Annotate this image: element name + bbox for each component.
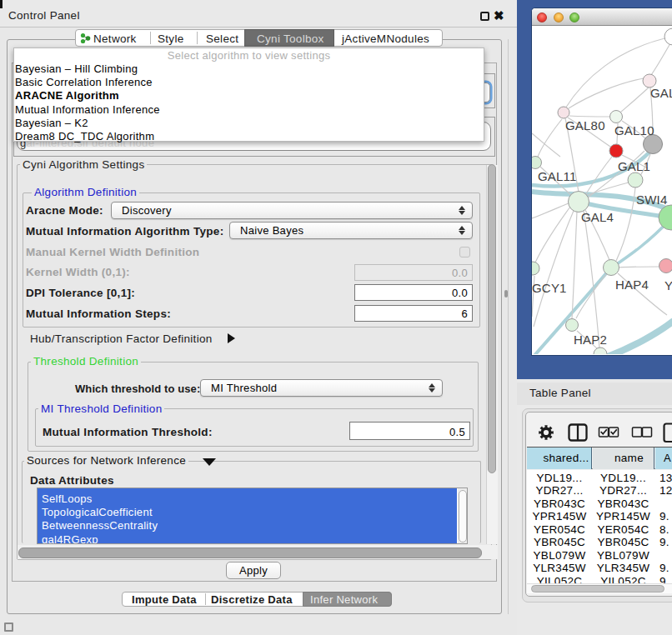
- svg-text:GAL1: GAL1: [618, 159, 650, 173]
- svg-text:GAL10: GAL10: [614, 123, 654, 138]
- svg-text:YM: YM: [664, 278, 672, 292]
- svg-text:SWI4: SWI4: [636, 192, 667, 207]
- svg-text:GCY1: GCY1: [532, 281, 567, 295]
- svg-text:GAL7: GAL7: [650, 86, 672, 100]
- svg-text:HAP4: HAP4: [615, 278, 649, 292]
- svg-text:GAL11: GAL11: [538, 169, 577, 183]
- svg-text:GAL4: GAL4: [581, 210, 614, 224]
- svg-text:GAL80: GAL80: [565, 118, 605, 132]
- svg-text:HAP2: HAP2: [574, 332, 607, 347]
